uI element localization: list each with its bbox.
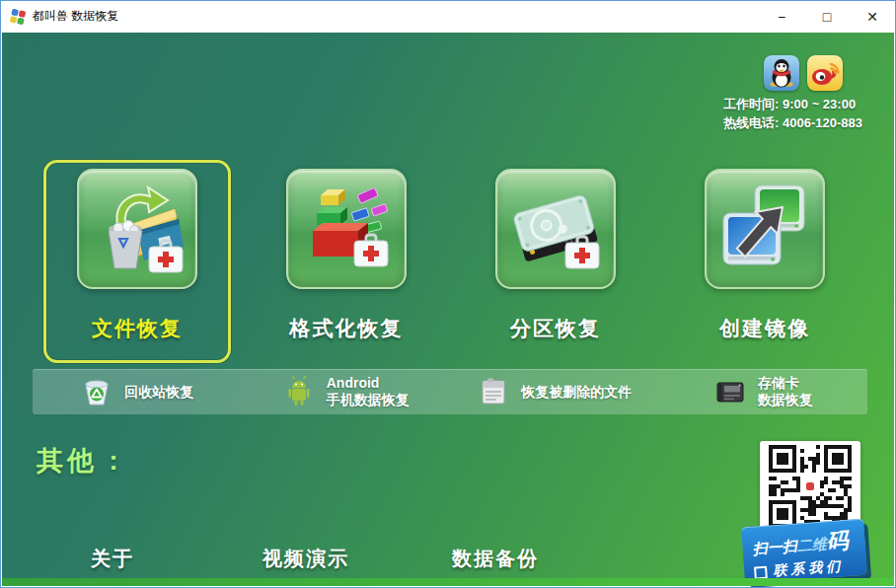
quick-label-line1: 恢复被删除的文件: [521, 384, 632, 401]
memory-card-recovery-item[interactable]: 存储卡数据恢复: [659, 369, 868, 414]
partition-recovery-button[interactable]: 分区恢复: [462, 160, 649, 363]
create-image-tile[interactable]: [705, 169, 825, 289]
format-recovery-icon: [297, 180, 396, 278]
file-recovery-label: 文件恢复: [46, 315, 228, 342]
qq-icon[interactable]: [764, 55, 799, 91]
minimize-button[interactable]: −: [759, 1, 804, 32]
android-recovery-item[interactable]: Android手机数据恢复: [242, 369, 451, 414]
partition-recovery-tile[interactable]: [495, 169, 616, 289]
file-recovery-button[interactable]: 文件恢复: [43, 160, 231, 363]
format-recovery-button[interactable]: 格式化恢复: [253, 160, 440, 363]
main-area: 工作时间: 9:00 ~ 23:00 热线电话: 4006-120-883: [2, 33, 894, 586]
android-icon: [282, 375, 316, 408]
titlebar: 都叫兽 数据恢复 − □ ✕: [1, 1, 895, 32]
app-window: 都叫兽 数据恢复 − □ ✕: [0, 0, 896, 588]
recycle-bin-icon: [80, 375, 113, 408]
social-links: [764, 55, 843, 91]
format-recovery-label: 格式化恢复: [256, 315, 437, 342]
qr-code-image: [769, 445, 852, 528]
quick-label-line1: 回收站恢复: [124, 384, 193, 401]
partition-recovery-icon: [506, 180, 605, 278]
file-recovery-icon: [88, 180, 187, 278]
quick-label-line1: Android: [327, 375, 410, 392]
video-demo-link[interactable]: 视频演示: [262, 546, 349, 572]
contact-banner: 扫一扫二维码 联系我们: [741, 519, 867, 584]
quick-label-line2: 手机数据恢复: [327, 392, 410, 408]
maximize-button[interactable]: □: [804, 1, 850, 32]
data-backup-link[interactable]: 数据备份: [452, 546, 539, 572]
qr-code: [760, 441, 860, 532]
partition-recovery-label: 分区恢复: [465, 315, 646, 342]
window-controls: − □ ✕: [759, 1, 895, 32]
file-recovery-tile[interactable]: [77, 169, 197, 289]
create-image-button[interactable]: 创建镜像: [671, 160, 859, 363]
close-button[interactable]: ✕: [850, 1, 895, 32]
format-recovery-tile[interactable]: [286, 169, 407, 289]
create-image-icon: [715, 180, 814, 278]
quick-label-line2: 数据恢复: [758, 392, 813, 408]
quick-label-line1: 存储卡: [758, 375, 813, 392]
create-image-label: 创建镜像: [674, 315, 856, 342]
work-hours: 工作时间: 9:00 ~ 23:00: [723, 95, 862, 113]
weibo-icon[interactable]: [807, 55, 843, 91]
mini-qr-icon: [754, 565, 768, 579]
contact-info: 工作时间: 9:00 ~ 23:00 热线电话: 4006-120-883: [723, 95, 862, 132]
other-section-heading: 其他 :: [37, 443, 122, 478]
app-logo-icon: [10, 9, 26, 25]
recycle-bin-recovery-item[interactable]: 回收站恢复: [33, 369, 242, 414]
quick-action-bar: 回收站恢复: [33, 369, 867, 414]
memory-card-icon: [713, 375, 747, 408]
document-icon: [477, 375, 510, 408]
window-title: 都叫兽 数据恢复: [33, 8, 118, 25]
deleted-files-recovery-item[interactable]: 恢复被删除的文件: [450, 369, 659, 414]
bottom-accent-bar: [2, 578, 894, 586]
about-link[interactable]: 关于: [91, 546, 134, 572]
hotline: 热线电话: 4006-120-883: [723, 113, 862, 132]
